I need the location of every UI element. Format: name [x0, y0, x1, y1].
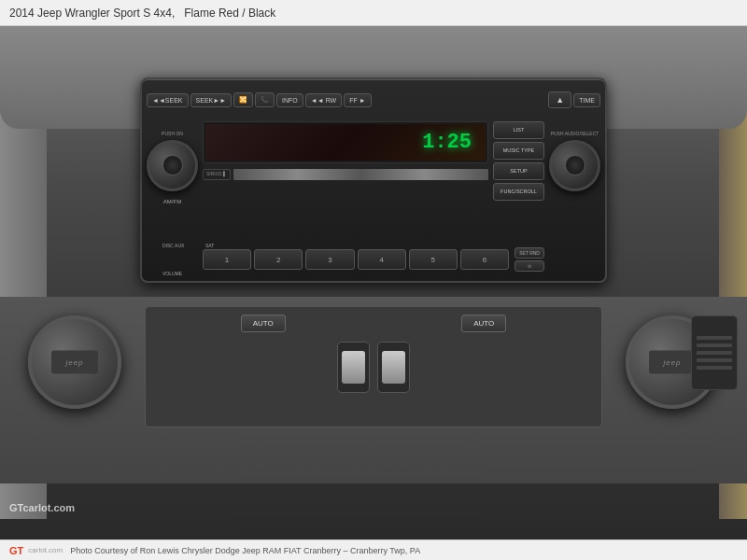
- push-on-label: PUSH ON: [162, 131, 183, 136]
- vehicle-name: 2014 Jeep Wrangler Sport S 4x4,: [9, 7, 175, 20]
- func-scroll-button[interactable]: FUNC/SCROLL: [493, 183, 544, 201]
- disc-aux-label: DISC AUX: [162, 243, 184, 248]
- jeep-logo-right: jeep: [649, 351, 696, 374]
- radio-unit: ◄◄SEEK SEEK►► 🔀 📞 INFO ◄◄ RW FF ► ▲ TIME…: [140, 77, 607, 283]
- radio-display: SINGLE DISC • MP3 • ANTI-THEFT 1:25: [203, 121, 488, 163]
- footer-logo: GT: [9, 545, 23, 556]
- photo-area: ◄◄SEEK SEEK►► 🔀 📞 INFO ◄◄ RW FF ► ▲ TIME…: [0, 26, 747, 539]
- push-audio-label: PUSH AUDIO/SELECT: [551, 131, 599, 136]
- volume-label: VOLUME: [162, 271, 182, 276]
- phone-button[interactable]: 📞: [255, 92, 275, 107]
- seek-back-button[interactable]: ◄◄SEEK: [147, 93, 189, 107]
- vent-slat-3: [697, 351, 732, 355]
- rw-button[interactable]: ◄◄ RW: [305, 93, 342, 107]
- sirius-label: SIRIUS ▌: [203, 169, 231, 180]
- auto-btn-2[interactable]: AUTO: [461, 315, 506, 332]
- lever-slot-1: [337, 342, 370, 393]
- lever-1[interactable]: [342, 351, 365, 384]
- vent-slat-1: [697, 336, 732, 340]
- am-fm-label: AM/FM: [163, 199, 181, 204]
- small-btn-extra[interactable]: ⊙: [514, 260, 544, 272]
- shuffle-button[interactable]: 🔀: [233, 92, 253, 107]
- time-button[interactable]: TIME: [573, 93, 600, 107]
- vent-slat-5: [697, 366, 732, 370]
- preset-2-button[interactable]: 2: [254, 249, 303, 270]
- title-bar: 2014 Jeep Wrangler Sport S 4x4, Flame Re…: [0, 0, 747, 26]
- main-container: 2014 Jeep Wrangler Sport S 4x4, Flame Re…: [0, 0, 747, 560]
- lever-slot-2: [377, 342, 410, 393]
- radio-center-panel: SINGLE DISC • MP3 • ANTI-THEFT 1:25 SIRI…: [203, 121, 488, 201]
- setup-button[interactable]: SETUP: [493, 162, 544, 180]
- vent-slat-2: [697, 343, 732, 347]
- jeep-logo-left: jeep: [51, 351, 98, 374]
- jeep-label-right: jeep: [663, 358, 681, 367]
- preset-5-button[interactable]: 5: [409, 249, 458, 270]
- vent-slat-4: [697, 358, 732, 362]
- radio-middle: PUSH ON AM/FM SINGLE DISC • MP3 • ANTI-T…: [147, 119, 600, 203]
- set-rnd-button[interactable]: SET RND: [514, 247, 544, 259]
- music-type-button[interactable]: MUSIC TYPE: [493, 142, 544, 160]
- left-knob-container: PUSH ON AM/FM: [147, 140, 198, 191]
- lever-2[interactable]: [382, 351, 405, 384]
- radio-bar-display: [233, 169, 488, 180]
- preset-3-button[interactable]: 3: [305, 249, 354, 270]
- ff-button[interactable]: FF ►: [344, 93, 371, 107]
- footer-text: Photo Courtesy of Ron Lewis Chrysler Dod…: [70, 546, 420, 555]
- hvac-levers: [146, 337, 601, 398]
- eject-button[interactable]: ▲: [548, 91, 571, 108]
- footer-logo-sub: carlot.com: [28, 546, 63, 554]
- seek-fwd-button[interactable]: SEEK►►: [190, 93, 233, 107]
- display-screen: 1:25: [205, 124, 486, 161]
- watermark-text: GTcarlot.com: [9, 502, 75, 513]
- radio-presets: 1 2 3 4 5 6 SET RND ⊙: [203, 249, 544, 270]
- hvac-top-row: AUTO AUTO: [146, 307, 601, 337]
- sat-label: SAT: [205, 243, 214, 248]
- jeep-label-left: jeep: [65, 358, 83, 367]
- preset-1-button[interactable]: 1: [203, 249, 251, 270]
- vehicle-color: Flame Red / Black: [184, 7, 275, 20]
- info-button[interactable]: INFO: [276, 93, 303, 107]
- tune-knob[interactable]: [549, 140, 600, 191]
- volume-knob[interactable]: [147, 140, 198, 191]
- jeep-knob-left[interactable]: jeep: [28, 315, 121, 409]
- watermark: GTcarlot.com: [9, 502, 75, 513]
- auto-btn-1[interactable]: AUTO: [241, 315, 286, 332]
- display-time: 1:25: [422, 131, 472, 154]
- right-knob-container: PUSH AUDIO/SELECT: [549, 140, 600, 191]
- vehicle-title: 2014 Jeep Wrangler Sport S 4x4, Flame Re…: [9, 7, 275, 20]
- hvac-center: AUTO AUTO: [145, 306, 602, 427]
- footer: GT carlot.com Photo Courtesy of Ron Lewi…: [0, 539, 747, 560]
- air-vent-right: [691, 315, 738, 390]
- preset-6-button[interactable]: 6: [460, 249, 509, 270]
- preset-4-button[interactable]: 4: [358, 249, 406, 270]
- list-button[interactable]: LIST: [493, 121, 544, 139]
- radio-top-row: ◄◄SEEK SEEK►► 🔀 📞 INFO ◄◄ RW FF ► ▲ TIME: [147, 87, 600, 113]
- right-buttons-panel: LIST MUSIC TYPE SETUP FUNC/SCROLL: [493, 121, 544, 201]
